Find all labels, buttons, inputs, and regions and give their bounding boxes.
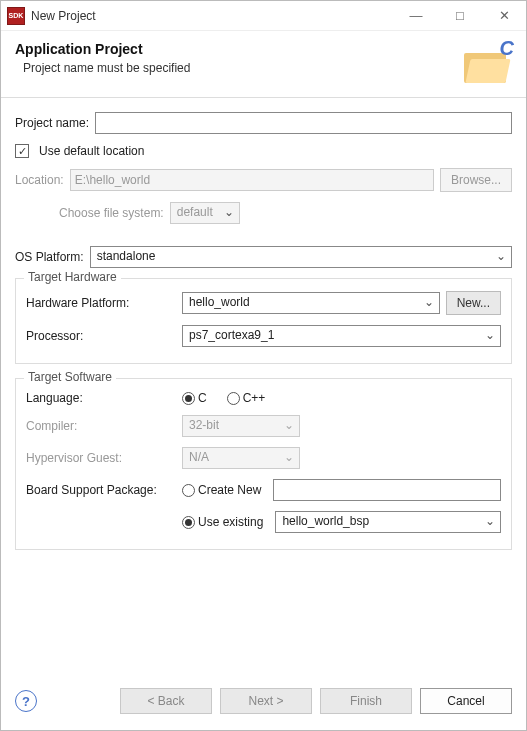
use-default-location-label: Use default location (39, 144, 144, 158)
hypervisor-label: Hypervisor Guest: (26, 451, 176, 465)
wizard-content: Project name: ✓ Use default location Loc… (1, 98, 526, 675)
wizard-footer: ? < Back Next > Finish Cancel (1, 675, 526, 730)
file-system-label: Choose file system: (59, 206, 164, 220)
window-title: New Project (31, 9, 394, 23)
page-subtitle: Project name must be specified (15, 61, 464, 75)
compiler-select: 32-bit (182, 415, 300, 437)
help-icon[interactable]: ? (15, 690, 37, 712)
bsp-create-new-radio[interactable]: Create New (182, 483, 261, 497)
processor-select[interactable]: ps7_cortexa9_1 (182, 325, 501, 347)
target-software-group: Target Software Language: C C++ Compiler… (15, 378, 512, 550)
language-c-radio[interactable]: C (182, 391, 207, 405)
browse-button: Browse... (440, 168, 512, 192)
hardware-platform-select[interactable]: hello_world (182, 292, 440, 314)
radio-icon (227, 392, 240, 405)
target-software-title: Target Software (24, 370, 116, 384)
next-button: Next > (220, 688, 312, 714)
close-button[interactable]: ✕ (482, 2, 526, 30)
bsp-use-existing-radio[interactable]: Use existing (182, 515, 263, 529)
maximize-button[interactable]: □ (438, 2, 482, 30)
target-hardware-group: Target Hardware Hardware Platform: hello… (15, 278, 512, 364)
file-system-select: default (170, 202, 240, 224)
hardware-platform-label: Hardware Platform: (26, 296, 176, 310)
folder-c-icon: C (464, 41, 512, 83)
target-hardware-title: Target Hardware (24, 270, 121, 284)
radio-icon (182, 484, 195, 497)
minimize-button[interactable]: — (394, 2, 438, 30)
sdk-app-icon: SDK (7, 7, 25, 25)
location-label: Location: (15, 173, 64, 187)
title-bar: SDK New Project — □ ✕ (1, 1, 526, 31)
hypervisor-select: N/A (182, 447, 300, 469)
compiler-label: Compiler: (26, 419, 176, 433)
language-label: Language: (26, 391, 176, 405)
wizard-header: Application Project Project name must be… (1, 31, 526, 98)
bsp-create-new-input[interactable] (273, 479, 501, 501)
page-title: Application Project (15, 41, 464, 57)
use-default-location-checkbox[interactable]: ✓ (15, 144, 29, 158)
project-name-label: Project name: (15, 116, 89, 130)
new-hardware-button[interactable]: New... (446, 291, 501, 315)
bsp-label: Board Support Package: (26, 483, 176, 497)
dialog-window: SDK New Project — □ ✕ Application Projec… (0, 0, 527, 731)
radio-icon (182, 392, 195, 405)
radio-icon (182, 516, 195, 529)
cancel-button[interactable]: Cancel (420, 688, 512, 714)
os-platform-select[interactable]: standalone (90, 246, 512, 268)
finish-button: Finish (320, 688, 412, 714)
language-cpp-radio[interactable]: C++ (227, 391, 266, 405)
processor-label: Processor: (26, 329, 176, 343)
bsp-existing-select[interactable]: hello_world_bsp (275, 511, 501, 533)
os-platform-label: OS Platform: (15, 250, 84, 264)
location-input (70, 169, 434, 191)
project-name-input[interactable] (95, 112, 512, 134)
back-button: < Back (120, 688, 212, 714)
